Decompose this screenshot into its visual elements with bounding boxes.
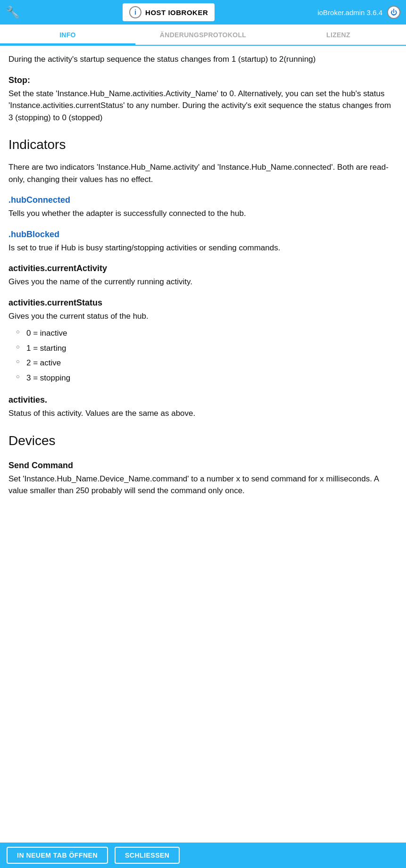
host-label: HOST IOBROKER xyxy=(145,8,208,17)
indicators-heading: Indicators xyxy=(8,135,398,155)
list-item: 0 = inactive xyxy=(16,326,398,341)
stop-text: Set the state 'Instance.Hub_Name.activit… xyxy=(8,88,398,124)
hub-connected-text: Tells you whether the adapter is success… xyxy=(8,207,398,220)
tab-license[interactable]: LIZENZ xyxy=(271,25,406,45)
close-button[interactable]: SCHLIESSEN xyxy=(115,847,180,864)
host-badge[interactable]: i HOST IOBROKER xyxy=(123,3,215,21)
header-right: ioBroker.admin 3.6.4 ⏻ xyxy=(317,6,400,19)
tab-changelog[interactable]: ÄNDERUNGSPROTOKOLL xyxy=(135,25,271,45)
header-left: 🔧 xyxy=(6,6,20,19)
current-status-label: activities.currentStatus xyxy=(8,297,398,309)
current-status-text: Gives you the current status of the hub. xyxy=(8,310,398,322)
iobroker-logo: i xyxy=(129,6,141,18)
stop-heading: Stop: xyxy=(8,74,398,87)
list-item: 3 = stopping xyxy=(16,371,398,386)
wrench-icon: 🔧 xyxy=(6,6,20,19)
open-new-tab-button[interactable]: IN NEUEM TAB ÖFFNEN xyxy=(7,847,108,864)
footer-bar: IN NEUEM TAB ÖFFNEN SCHLIESSEN xyxy=(0,843,406,868)
list-item: 1 = starting xyxy=(16,341,398,356)
app-header: 🔧 i HOST IOBROKER ioBroker.admin 3.6.4 ⏻ xyxy=(0,0,406,25)
intro-text: During the activity's startup sequence t… xyxy=(8,53,398,66)
current-activity-label: activities.currentActivity xyxy=(8,262,398,275)
list-item: 2 = active xyxy=(16,355,398,371)
hub-connected-label: .hubConnected xyxy=(8,194,398,207)
current-activity-text: Gives you the name of the currently runn… xyxy=(8,276,398,288)
logo-letter: i xyxy=(134,8,136,16)
send-command-label: Send Command xyxy=(8,459,398,472)
tab-bar: INFO ÄNDERUNGSPROTOKOLL LIZENZ xyxy=(0,25,406,46)
devices-heading: Devices xyxy=(8,431,398,451)
power-icon[interactable]: ⏻ xyxy=(387,6,400,19)
indicators-intro: There are two indicators 'Instance.Hub_N… xyxy=(8,161,398,185)
main-content: During the activity's startup sequence t… xyxy=(0,46,406,556)
activities-label: activities. xyxy=(8,394,398,406)
activities-text: Status of this activity. Values are the … xyxy=(8,407,398,420)
hub-blocked-label: .hubBlocked xyxy=(8,228,398,241)
send-command-text: Set 'Instance.Hub_Name.Device_Name.comma… xyxy=(8,473,398,497)
tab-info[interactable]: INFO xyxy=(0,25,135,45)
version-label: ioBroker.admin 3.6.4 xyxy=(317,8,382,17)
status-list: 0 = inactive 1 = starting 2 = active 3 =… xyxy=(16,326,398,385)
hub-blocked-text: Is set to true if Hub is busy starting/s… xyxy=(8,242,398,254)
